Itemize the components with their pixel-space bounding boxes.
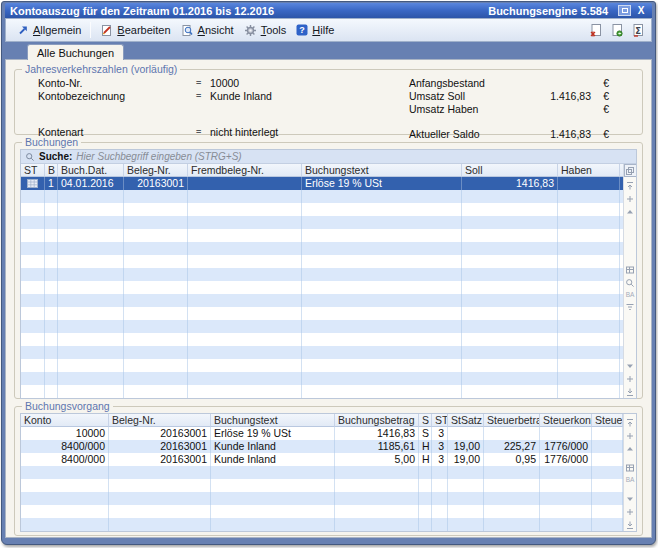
search-detail-button[interactable] — [625, 278, 635, 288]
table-cell — [558, 333, 620, 346]
print-icon[interactable] — [589, 23, 603, 37]
add-row-button[interactable] — [625, 507, 635, 517]
tab-label: Alle Buchungen — [37, 47, 114, 59]
table-cell — [558, 229, 620, 242]
table-row-empty — [21, 385, 623, 398]
restore-icon — [622, 8, 628, 13]
tab-alle-buchungen[interactable]: Alle Buchungen — [27, 44, 124, 60]
table-cell — [58, 320, 124, 333]
table-row-selected[interactable]: 1 04.01.2016 20163001 Erlöse 19 % USt 14… — [21, 177, 623, 190]
table-cell — [45, 359, 58, 372]
field-konto-nr: Konto-Nr. = 10000 — [38, 76, 378, 89]
table-cell — [21, 307, 45, 320]
column-header[interactable]: StSatz — [448, 414, 484, 427]
restore-button[interactable] — [618, 5, 631, 16]
column-header[interactable]: S — [419, 414, 432, 427]
scroll-down-button[interactable] — [625, 494, 635, 504]
table-cell — [21, 190, 45, 203]
scroll-bottom-button[interactable] — [625, 387, 635, 397]
add-row-button[interactable] — [625, 431, 635, 441]
table-cell — [462, 268, 558, 281]
ba-button[interactable]: BA — [626, 476, 635, 484]
table-cell — [124, 255, 188, 268]
table-cell: 8400/000 — [21, 440, 109, 453]
add-row-button[interactable] — [625, 374, 635, 384]
currency-label: € — [597, 90, 609, 102]
menu-hilfe[interactable]: ? Hilfe — [291, 22, 339, 38]
column-header[interactable]: Steuerbetrag — [484, 414, 540, 427]
scroll-top-button[interactable] — [625, 418, 635, 428]
help-icon: ? — [296, 24, 308, 36]
table-cell — [188, 190, 302, 203]
column-header[interactable]: Beleg-Nr. — [124, 164, 188, 177]
table-cell — [462, 203, 558, 216]
table-cell — [58, 203, 124, 216]
scroll-top-button[interactable] — [625, 181, 635, 191]
column-header[interactable]: Buchungsbetrag — [335, 414, 419, 427]
column-header[interactable]: Beleg-Nr. — [109, 414, 211, 427]
table-cell — [188, 177, 302, 190]
table-cell — [45, 333, 58, 346]
menu-tools[interactable]: Tools — [239, 22, 292, 39]
table-cell — [462, 229, 558, 242]
grid-view-button[interactable] — [625, 463, 635, 473]
column-header[interactable]: Soll — [462, 164, 558, 177]
add-row-button[interactable] — [625, 194, 635, 204]
column-header[interactable]: B — [45, 164, 58, 177]
toolbar-divider — [90, 22, 91, 38]
menu-ansicht[interactable]: Ansicht — [176, 22, 239, 39]
table-cell: H — [419, 440, 432, 453]
table-cell — [592, 466, 623, 479]
column-header[interactable]: Buchungstext — [211, 414, 335, 427]
table-row[interactable]: 8400/000 20163001 Kunde Inland 5,00 H 3 … — [21, 453, 623, 466]
scroll-down-button[interactable] — [625, 361, 635, 371]
table-cell — [558, 268, 620, 281]
menu-allgemein[interactable]: Allgemein — [12, 22, 86, 38]
scroll-up-button[interactable] — [625, 444, 635, 454]
grid-view-button[interactable] — [625, 265, 635, 275]
column-header[interactable]: Steuerkonto 1 — [540, 414, 592, 427]
scroll-up-button[interactable] — [625, 207, 635, 217]
table-cell — [124, 294, 188, 307]
table-cell — [462, 255, 558, 268]
table-cell — [21, 203, 45, 216]
refresh-document-icon[interactable] — [610, 23, 624, 37]
menu-bearbeiten[interactable]: Bearbeiten — [95, 22, 175, 39]
sum-export-icon[interactable]: Σ — [631, 23, 645, 37]
account-info: Konto-Nr. = 10000 Kontobezeichnung = Kun… — [38, 76, 378, 140]
scroll-bottom-button[interactable] — [625, 520, 635, 530]
table-row[interactable]: 10000 20163001 Erlöse 19 % USt 1416,83 S… — [21, 427, 623, 440]
table-cell — [558, 255, 620, 268]
table-cell — [302, 190, 462, 203]
table-cell: 225,27 — [484, 440, 540, 453]
column-header[interactable]: ST — [432, 414, 448, 427]
table-cell — [302, 216, 462, 229]
table-cell — [302, 281, 462, 294]
table-cell — [188, 268, 302, 281]
close-button[interactable]: X — [635, 5, 647, 16]
column-header[interactable]: ST — [21, 164, 45, 177]
search-input[interactable]: Suche: Hier Suchbegriff eingeben (STRG+S… — [21, 150, 636, 164]
edit-document-icon — [100, 24, 113, 37]
column-header[interactable]: Buch.Dat. — [58, 164, 124, 177]
table-cell — [21, 229, 45, 242]
currency-label: € — [597, 103, 609, 115]
table-cell — [124, 346, 188, 359]
column-chooser-button[interactable] — [624, 164, 637, 177]
field-anfangsbestand: Anfangsbestand € — [409, 76, 609, 89]
table-cell — [21, 255, 45, 268]
ba-button[interactable]: BA — [626, 291, 635, 299]
table-cell — [21, 268, 45, 281]
column-header[interactable]: Haben — [558, 164, 620, 177]
column-header[interactable]: Fremdbeleg-Nr. — [188, 164, 302, 177]
table-row[interactable]: 8400/000 20163001 Kunde Inland 1185,61 H… — [21, 440, 623, 453]
table-cell — [462, 242, 558, 255]
table-cell — [124, 229, 188, 242]
tab-strip: Alle Buchungen — [5, 42, 652, 59]
column-header[interactable]: Konto — [21, 414, 109, 427]
table-cell: 1416,83 — [335, 427, 419, 440]
table-cell: 3 — [432, 453, 448, 466]
filter-button[interactable] — [625, 302, 635, 312]
column-header[interactable]: Steuerkonto 2 — [592, 414, 623, 427]
column-header[interactable]: Buchungstext — [302, 164, 462, 177]
